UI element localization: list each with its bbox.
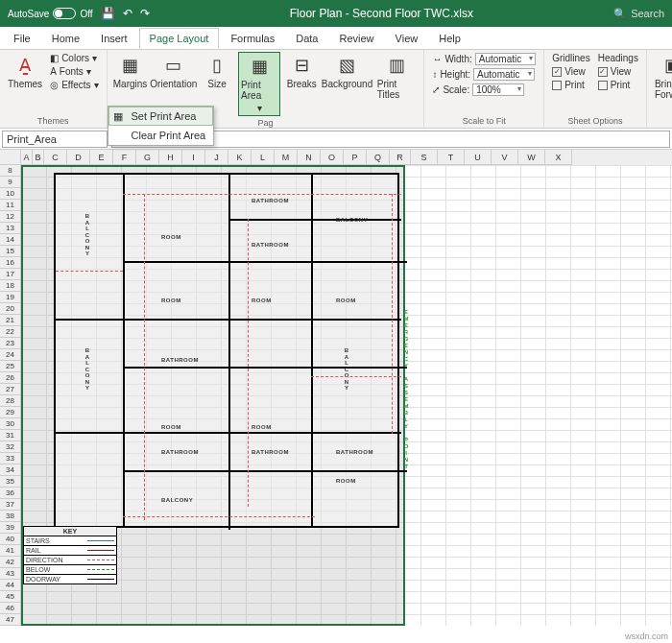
fonts-button[interactable]: AFonts ▾: [48, 65, 100, 78]
print-area-button[interactable]: ▦Print Area ▾ ▦Set Print Area Clear Prin…: [238, 52, 280, 116]
height-row[interactable]: ↕Height:Automatic: [430, 67, 538, 82]
width-row[interactable]: ↔Width:Automatic: [430, 52, 538, 66]
col-header[interactable]: N: [298, 150, 321, 165]
gridlines-view-check[interactable]: ✓View: [550, 65, 588, 78]
print-titles-button[interactable]: ▥Print Titles: [375, 52, 419, 102]
col-header[interactable]: B: [33, 150, 44, 165]
row-header[interactable]: 13: [0, 223, 21, 234]
row-header[interactable]: 39: [0, 522, 21, 534]
cell-grid[interactable]: BALCONY BALCONY ROOM BATHROOM BALCONY BA…: [21, 165, 672, 626]
tab-data[interactable]: Data: [286, 29, 327, 48]
row-header[interactable]: 12: [0, 211, 21, 223]
row-header[interactable]: 40: [0, 534, 21, 545]
col-header[interactable]: K: [228, 150, 252, 165]
col-header[interactable]: J: [205, 150, 228, 165]
row-header[interactable]: 18: [0, 280, 21, 292]
col-header[interactable]: T: [438, 150, 465, 165]
row-header[interactable]: 38: [0, 511, 21, 522]
autosave-toggle[interactable]: AutoSave Off: [8, 8, 93, 19]
col-header[interactable]: V: [492, 150, 518, 165]
row-header[interactable]: 27: [0, 384, 21, 395]
row-header[interactable]: 21: [0, 315, 21, 326]
undo-icon[interactable]: ↶: [123, 7, 132, 20]
search-box[interactable]: 🔍 Search: [613, 8, 664, 20]
col-header[interactable]: U: [465, 150, 492, 165]
col-header[interactable]: I: [182, 150, 205, 165]
tab-page-layout[interactable]: Page Layout: [139, 28, 220, 49]
bring-forward-button[interactable]: ▣Bring Forward: [653, 52, 672, 102]
save-icon[interactable]: 💾: [101, 7, 115, 20]
row-header[interactable]: 11: [0, 200, 21, 211]
row-header[interactable]: 16: [0, 257, 21, 269]
row-headers[interactable]: 8910111213141516171819202122232425262728…: [0, 165, 21, 626]
row-header[interactable]: 26: [0, 372, 21, 384]
name-box[interactable]: Print_Area: [2, 131, 108, 148]
row-header[interactable]: 33: [0, 453, 21, 464]
tab-insert[interactable]: Insert: [91, 29, 137, 48]
row-header[interactable]: 9: [0, 177, 21, 188]
row-header[interactable]: 24: [0, 349, 21, 361]
size-button[interactable]: ▯Size: [200, 52, 234, 91]
row-header[interactable]: 30: [0, 418, 21, 430]
row-header[interactable]: 29: [0, 407, 21, 418]
row-header[interactable]: 36: [0, 488, 21, 499]
col-header[interactable]: S: [411, 150, 438, 165]
row-header[interactable]: 44: [0, 580, 21, 591]
row-header[interactable]: 28: [0, 395, 21, 407]
col-header[interactable]: A: [21, 150, 33, 165]
row-header[interactable]: 42: [0, 557, 21, 568]
row-header[interactable]: 22: [0, 326, 21, 338]
col-header[interactable]: Q: [367, 150, 390, 165]
height-combo[interactable]: Automatic: [473, 68, 534, 81]
row-header[interactable]: 14: [0, 234, 21, 246]
row-header[interactable]: 15: [0, 246, 21, 257]
orientation-button[interactable]: ▭Orientation: [152, 52, 197, 91]
col-header[interactable]: H: [159, 150, 182, 165]
redo-icon[interactable]: ↷: [140, 7, 150, 20]
row-header[interactable]: 43: [0, 568, 21, 580]
row-header[interactable]: 23: [0, 338, 21, 349]
headings-view-check[interactable]: ✓View: [596, 65, 634, 78]
worksheet-area[interactable]: ABCDEFGHIJKLMNOPQRSTUVWX 891011121314151…: [0, 150, 672, 626]
colors-button[interactable]: ◧Colors ▾: [48, 52, 100, 64]
row-header[interactable]: 20: [0, 303, 21, 315]
row-header[interactable]: 34: [0, 464, 21, 476]
col-header[interactable]: G: [136, 150, 159, 165]
col-header[interactable]: R: [390, 150, 411, 165]
tab-view[interactable]: View: [386, 29, 428, 48]
clear-print-area-item[interactable]: Clear Print Area: [108, 126, 214, 145]
effects-button[interactable]: ◎Effects ▾: [48, 79, 100, 91]
col-header[interactable]: X: [545, 150, 572, 165]
row-header[interactable]: 31: [0, 430, 21, 441]
breaks-button[interactable]: ⊟Breaks: [284, 52, 319, 91]
row-header[interactable]: 19: [0, 292, 21, 303]
row-header[interactable]: 35: [0, 476, 21, 488]
column-headers[interactable]: ABCDEFGHIJKLMNOPQRSTUVWX: [0, 150, 672, 165]
row-header[interactable]: 17: [0, 269, 21, 280]
row-header[interactable]: 8: [0, 165, 21, 177]
headings-print-check[interactable]: Print: [596, 79, 633, 91]
tab-formulas[interactable]: Formulas: [221, 29, 284, 48]
row-header[interactable]: 41: [0, 545, 21, 557]
col-header[interactable]: E: [90, 150, 113, 165]
tab-home[interactable]: Home: [42, 29, 89, 48]
row-header[interactable]: 10: [0, 188, 21, 200]
tab-review[interactable]: Review: [329, 29, 383, 48]
themes-button[interactable]: A̱ Themes: [6, 52, 44, 91]
row-header[interactable]: 32: [0, 441, 21, 453]
col-header[interactable]: [0, 150, 21, 165]
margins-button[interactable]: ▦Margins: [113, 52, 148, 91]
row-header[interactable]: 46: [0, 603, 21, 614]
col-header[interactable]: D: [67, 150, 90, 165]
col-header[interactable]: O: [321, 150, 344, 165]
row-header[interactable]: 45: [0, 591, 21, 603]
col-header[interactable]: C: [44, 150, 67, 165]
col-header[interactable]: P: [344, 150, 367, 165]
row-header[interactable]: 47: [0, 614, 21, 626]
width-combo[interactable]: Automatic: [475, 53, 536, 65]
scale-row[interactable]: ⤢Scale:100%: [430, 83, 538, 97]
col-header[interactable]: F: [113, 150, 136, 165]
col-header[interactable]: M: [275, 150, 298, 165]
set-print-area-item[interactable]: ▦Set Print Area: [108, 107, 214, 126]
background-button[interactable]: ▧Background: [323, 52, 371, 91]
